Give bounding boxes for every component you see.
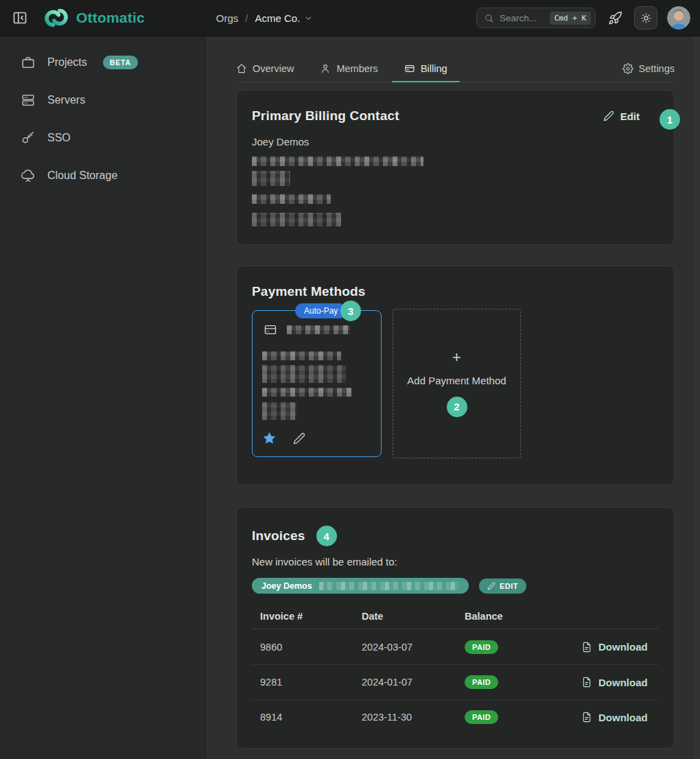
tab-settings[interactable]: Settings — [622, 55, 675, 82]
breadcrumb-orgs[interactable]: Orgs — [216, 12, 239, 24]
status-badge: PAID — [465, 710, 498, 724]
redacted-address-line — [262, 365, 346, 383]
pencil-icon — [603, 110, 614, 121]
pencil-icon — [293, 432, 305, 445]
quickstart-button[interactable] — [605, 8, 625, 27]
cloud-icon — [21, 168, 36, 183]
download-invoice-button[interactable]: Download — [581, 677, 648, 688]
payment-method-card[interactable]: Auto-Pay 3 — [252, 310, 382, 457]
download-invoice-button[interactable]: Download — [581, 641, 648, 653]
sidebar-item-label: Projects — [47, 56, 87, 69]
breadcrumb-separator: / — [245, 12, 248, 24]
edit-invoice-email-button[interactable]: EDIT — [479, 579, 526, 594]
tab-label: Billing — [421, 63, 447, 74]
redacted-address-line — [252, 156, 423, 166]
autopay-badge: Auto-Pay — [295, 303, 347, 318]
sidebar-item-cloud-storage[interactable]: Cloud Storage — [0, 156, 205, 194]
logo-text: Ottomatic — [76, 10, 145, 26]
sidebar-item-servers[interactable]: Servers — [0, 81, 205, 119]
logo-mark-icon — [41, 7, 71, 29]
edit-label: Edit — [620, 110, 640, 122]
table-row: 8914 2023-11-30 PAID Download — [252, 699, 659, 734]
download-label: Download — [598, 712, 648, 723]
invoice-date: 2024-03-07 — [353, 642, 456, 653]
table-row: 9281 2024-01-07 PAID Download — [252, 664, 659, 699]
invoices-table: Invoice # Date Balance 9860 2024-03-07 P… — [252, 603, 659, 734]
tab-overview[interactable]: Overview — [236, 55, 294, 82]
add-payment-label: Add Payment Method — [407, 375, 506, 386]
step-badge-1: 1 — [660, 109, 680, 130]
user-avatar[interactable] — [667, 6, 690, 30]
tab-label: Members — [336, 63, 377, 74]
sidebar-collapse-button[interactable] — [11, 9, 29, 27]
col-header-date: Date — [353, 611, 456, 622]
user-icon — [320, 63, 331, 74]
redacted-email-line — [252, 213, 341, 226]
payment-methods-card: Payment Methods Auto-Pay 3 — [236, 266, 675, 485]
status-badge: PAID — [465, 675, 498, 689]
download-invoice-button[interactable]: Download — [581, 712, 648, 723]
sidebar-item-label: Cloud Storage — [47, 170, 117, 182]
sidebar-item-projects[interactable]: Projects BETA — [0, 43, 205, 81]
credit-card-icon — [262, 323, 279, 336]
app-logo[interactable]: Ottomatic — [41, 7, 145, 29]
theme-toggle-button[interactable] — [634, 6, 657, 30]
card-title: Payment Methods — [252, 284, 659, 299]
tab-members[interactable]: Members — [320, 55, 377, 82]
panel-collapse-icon — [12, 10, 28, 26]
invoice-number: 8914 — [252, 712, 353, 723]
add-payment-method-button[interactable]: + Add Payment Method 2 — [393, 309, 521, 458]
default-payment-star-button[interactable] — [262, 431, 277, 445]
recipient-name: Joey Demos — [261, 581, 312, 591]
card-title: Invoices — [252, 528, 305, 544]
card-title: Primary Billing Contact — [252, 108, 399, 124]
invoice-number: 9281 — [252, 677, 353, 688]
star-icon — [262, 431, 277, 445]
download-label: Download — [598, 641, 648, 653]
search-shortcut: Cmd + K — [550, 12, 591, 25]
invoice-recipient-pill: Joey Demos — [252, 578, 469, 594]
file-icon — [581, 677, 592, 688]
edit-billing-contact-button[interactable]: Edit — [603, 110, 640, 122]
step-badge-3: 3 — [340, 301, 361, 321]
table-row: 9860 2024-03-07 PAID Download — [252, 629, 659, 664]
col-header-invoice: Invoice # — [252, 611, 353, 622]
sidebar-item-sso[interactable]: SSO — [0, 119, 205, 156]
invoice-number: 9860 — [252, 642, 353, 653]
chevron-down-icon — [304, 14, 313, 23]
search-input[interactable] — [500, 13, 544, 23]
redacted-address-line — [252, 171, 290, 186]
invoices-card: Invoices 4 New invoices will be emailed … — [236, 507, 675, 749]
topbar: Ottomatic Orgs / Acme Co. Cmd + K — [0, 0, 700, 36]
redacted-card-number — [287, 325, 350, 334]
rocket-icon — [608, 11, 622, 25]
sidebar: Projects BETA Servers SSO Cloud Storage — [0, 36, 206, 759]
sidebar-item-label: SSO — [47, 132, 71, 144]
app-window: Ottomatic Orgs / Acme Co. Cmd + K — [0, 0, 700, 759]
tab-billing[interactable]: Billing — [404, 55, 447, 82]
plus-icon: + — [452, 351, 461, 364]
scrollbar[interactable] — [692, 36, 700, 759]
redacted-cardholder-line — [262, 351, 341, 360]
org-switcher[interactable]: Acme Co. — [255, 12, 314, 24]
tab-label: Settings — [639, 63, 675, 74]
invoice-date: 2024-01-07 — [353, 677, 456, 688]
breadcrumb: Orgs / Acme Co. — [216, 12, 314, 24]
edit-payment-method-button[interactable] — [293, 432, 305, 445]
download-label: Download — [598, 677, 648, 688]
search-icon — [484, 13, 494, 23]
servers-icon — [21, 93, 36, 108]
topbar-actions: Cmd + K — [476, 6, 690, 30]
redacted-address-line — [262, 388, 351, 397]
redacted-phone-line — [252, 194, 331, 204]
briefcase-icon — [21, 55, 36, 70]
invoice-email-note: New invoices will be emailed to: — [252, 554, 659, 570]
key-icon — [21, 130, 36, 145]
beta-badge: BETA — [103, 56, 138, 69]
current-org-label: Acme Co. — [255, 12, 301, 24]
sidebar-item-label: Servers — [47, 94, 85, 106]
search-box[interactable]: Cmd + K — [476, 8, 596, 28]
redacted-recipient-email — [319, 582, 459, 590]
step-badge-4: 4 — [316, 526, 337, 546]
home-icon — [236, 63, 247, 74]
